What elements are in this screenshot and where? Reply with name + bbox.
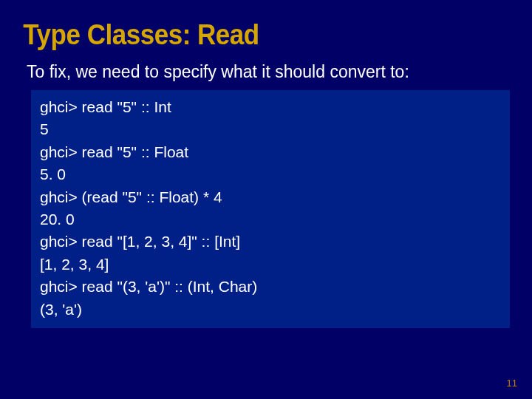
page-number: 11 — [507, 378, 517, 389]
code-line: ghci> (read "5" :: Float) * 4 — [40, 186, 501, 208]
code-line: ghci> read "(3, 'a')" :: (Int, Char) — [40, 276, 501, 298]
code-line: (3, 'a') — [40, 299, 501, 321]
code-line: 20. 0 — [40, 208, 501, 231]
slide-title: Type Classes: Read — [0, 0, 489, 61]
code-line: ghci> read "5" :: Int — [40, 96, 501, 118]
code-line: 5 — [40, 118, 501, 140]
code-line: 5. 0 — [40, 163, 501, 185]
code-line: ghci> read "[1, 2, 3, 4]" :: [Int] — [40, 231, 501, 253]
code-line: [1, 2, 3, 4] — [40, 253, 501, 276]
code-line: ghci> read "5" :: Float — [40, 141, 501, 163]
slide-body-text: To fix, we need to specify what it shoul… — [0, 61, 532, 87]
code-block: ghci> read "5" :: Int 5 ghci> read "5" :… — [31, 90, 510, 328]
